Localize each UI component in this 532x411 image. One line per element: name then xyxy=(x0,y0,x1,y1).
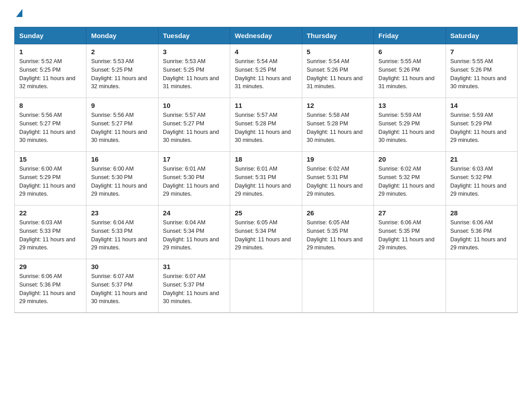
day-info: Sunrise: 6:06 AMSunset: 5:36 PMDaylight:… xyxy=(19,272,82,306)
calendar-table: SundayMondayTuesdayWednesdayThursdayFrid… xyxy=(14,27,518,313)
day-info: Sunrise: 6:01 AMSunset: 5:30 PMDaylight:… xyxy=(163,165,225,198)
day-number: 5 xyxy=(307,48,369,56)
calendar-cell: 21Sunrise: 6:03 AMSunset: 5:32 PMDayligh… xyxy=(446,152,517,206)
calendar-cell: 11Sunrise: 5:57 AMSunset: 5:28 PMDayligh… xyxy=(230,98,302,152)
calendar-cell xyxy=(374,259,446,313)
day-number: 15 xyxy=(19,155,82,163)
day-number: 13 xyxy=(378,102,441,109)
day-number: 22 xyxy=(19,209,82,217)
calendar-cell: 13Sunrise: 5:59 AMSunset: 5:29 PMDayligh… xyxy=(374,98,446,152)
day-info: Sunrise: 5:52 AMSunset: 5:25 PMDaylight:… xyxy=(19,57,82,91)
calendar-cell: 25Sunrise: 6:05 AMSunset: 5:34 PMDayligh… xyxy=(230,206,302,259)
day-info: Sunrise: 6:03 AMSunset: 5:32 PMDaylight:… xyxy=(450,165,513,198)
day-info: Sunrise: 6:05 AMSunset: 5:34 PMDaylight:… xyxy=(235,218,297,252)
day-info: Sunrise: 6:07 AMSunset: 5:37 PMDaylight:… xyxy=(163,272,225,306)
day-info: Sunrise: 6:00 AMSunset: 5:29 PMDaylight:… xyxy=(19,165,82,198)
day-info: Sunrise: 5:56 AMSunset: 5:27 PMDaylight:… xyxy=(19,111,82,145)
calendar-cell: 9Sunrise: 5:56 AMSunset: 5:27 PMDaylight… xyxy=(86,98,158,152)
calendar-cell: 17Sunrise: 6:01 AMSunset: 5:30 PMDayligh… xyxy=(158,152,230,206)
calendar-cell xyxy=(230,259,302,313)
calendar-cell: 7Sunrise: 5:55 AMSunset: 5:26 PMDaylight… xyxy=(446,44,517,98)
calendar-cell: 24Sunrise: 6:04 AMSunset: 5:34 PMDayligh… xyxy=(158,206,230,259)
day-info: Sunrise: 5:56 AMSunset: 5:27 PMDaylight:… xyxy=(91,111,153,145)
calendar-cell: 8Sunrise: 5:56 AMSunset: 5:27 PMDaylight… xyxy=(15,98,86,152)
day-number: 18 xyxy=(235,155,297,163)
calendar-cell: 18Sunrise: 6:01 AMSunset: 5:31 PMDayligh… xyxy=(230,152,302,206)
day-info: Sunrise: 6:06 AMSunset: 5:36 PMDaylight:… xyxy=(450,218,513,252)
calendar-cell: 22Sunrise: 6:03 AMSunset: 5:33 PMDayligh… xyxy=(15,206,86,259)
day-number: 10 xyxy=(163,102,225,109)
calendar-cell: 23Sunrise: 6:04 AMSunset: 5:33 PMDayligh… xyxy=(86,206,158,259)
weekday-header-tuesday: Tuesday xyxy=(158,27,230,44)
calendar-cell: 19Sunrise: 6:02 AMSunset: 5:31 PMDayligh… xyxy=(302,152,373,206)
day-info: Sunrise: 6:07 AMSunset: 5:37 PMDaylight:… xyxy=(91,272,153,306)
calendar-week-row: 8Sunrise: 5:56 AMSunset: 5:27 PMDaylight… xyxy=(15,98,518,152)
day-info: Sunrise: 5:53 AMSunset: 5:25 PMDaylight:… xyxy=(163,57,225,91)
day-info: Sunrise: 6:06 AMSunset: 5:35 PMDaylight:… xyxy=(378,218,441,252)
day-info: Sunrise: 5:55 AMSunset: 5:26 PMDaylight:… xyxy=(450,57,513,91)
calendar-cell: 26Sunrise: 6:05 AMSunset: 5:35 PMDayligh… xyxy=(302,206,373,259)
calendar-cell: 12Sunrise: 5:58 AMSunset: 5:28 PMDayligh… xyxy=(302,98,373,152)
calendar-cell: 2Sunrise: 5:53 AMSunset: 5:25 PMDaylight… xyxy=(86,44,158,98)
weekday-header-monday: Monday xyxy=(86,27,158,44)
day-number: 4 xyxy=(235,48,297,56)
day-info: Sunrise: 5:59 AMSunset: 5:29 PMDaylight:… xyxy=(378,111,441,145)
day-info: Sunrise: 5:53 AMSunset: 5:25 PMDaylight:… xyxy=(91,57,153,91)
calendar-cell: 28Sunrise: 6:06 AMSunset: 5:36 PMDayligh… xyxy=(446,206,517,259)
logo-triangle-icon xyxy=(16,9,22,17)
day-info: Sunrise: 6:05 AMSunset: 5:35 PMDaylight:… xyxy=(307,218,369,252)
weekday-header-row: SundayMondayTuesdayWednesdayThursdayFrid… xyxy=(15,27,518,44)
day-number: 20 xyxy=(378,155,441,163)
day-info: Sunrise: 6:00 AMSunset: 5:30 PMDaylight:… xyxy=(91,165,153,198)
day-number: 9 xyxy=(91,102,153,109)
page-header xyxy=(14,11,518,19)
calendar-week-row: 22Sunrise: 6:03 AMSunset: 5:33 PMDayligh… xyxy=(15,206,518,259)
calendar-cell: 31Sunrise: 6:07 AMSunset: 5:37 PMDayligh… xyxy=(158,259,230,313)
calendar-week-row: 15Sunrise: 6:00 AMSunset: 5:29 PMDayligh… xyxy=(15,152,518,206)
calendar-cell: 30Sunrise: 6:07 AMSunset: 5:37 PMDayligh… xyxy=(86,259,158,313)
day-number: 24 xyxy=(163,209,225,217)
weekday-header-wednesday: Wednesday xyxy=(230,27,302,44)
calendar-cell xyxy=(446,259,517,313)
day-number: 25 xyxy=(235,209,297,217)
day-number: 16 xyxy=(91,155,153,163)
day-number: 8 xyxy=(19,102,82,109)
calendar-cell: 14Sunrise: 5:59 AMSunset: 5:29 PMDayligh… xyxy=(446,98,517,152)
calendar-week-row: 29Sunrise: 6:06 AMSunset: 5:36 PMDayligh… xyxy=(15,259,518,313)
day-number: 6 xyxy=(378,48,441,56)
calendar-cell xyxy=(302,259,373,313)
calendar-cell: 3Sunrise: 5:53 AMSunset: 5:25 PMDaylight… xyxy=(158,44,230,98)
day-info: Sunrise: 6:04 AMSunset: 5:34 PMDaylight:… xyxy=(163,218,225,252)
calendar-cell: 29Sunrise: 6:06 AMSunset: 5:36 PMDayligh… xyxy=(15,259,86,313)
day-number: 28 xyxy=(450,209,513,217)
day-number: 3 xyxy=(163,48,225,56)
calendar-cell: 6Sunrise: 5:55 AMSunset: 5:26 PMDaylight… xyxy=(374,44,446,98)
day-info: Sunrise: 5:55 AMSunset: 5:26 PMDaylight:… xyxy=(378,57,441,91)
calendar-week-row: 1Sunrise: 5:52 AMSunset: 5:25 PMDaylight… xyxy=(15,44,518,98)
calendar-cell: 15Sunrise: 6:00 AMSunset: 5:29 PMDayligh… xyxy=(15,152,86,206)
calendar-header: SundayMondayTuesdayWednesdayThursdayFrid… xyxy=(15,27,518,44)
day-number: 29 xyxy=(19,263,82,270)
day-info: Sunrise: 6:02 AMSunset: 5:32 PMDaylight:… xyxy=(378,165,441,198)
weekday-header-sunday: Sunday xyxy=(15,27,86,44)
day-number: 31 xyxy=(163,263,225,270)
day-number: 17 xyxy=(163,155,225,163)
day-number: 14 xyxy=(450,102,513,109)
day-number: 11 xyxy=(235,102,297,109)
calendar-cell: 27Sunrise: 6:06 AMSunset: 5:35 PMDayligh… xyxy=(374,206,446,259)
weekday-header-saturday: Saturday xyxy=(446,27,517,44)
day-number: 26 xyxy=(307,209,369,217)
day-info: Sunrise: 6:02 AMSunset: 5:31 PMDaylight:… xyxy=(307,165,369,198)
calendar-cell: 1Sunrise: 5:52 AMSunset: 5:25 PMDaylight… xyxy=(15,44,86,98)
day-number: 30 xyxy=(91,263,153,270)
weekday-header-friday: Friday xyxy=(374,27,446,44)
day-info: Sunrise: 6:04 AMSunset: 5:33 PMDaylight:… xyxy=(91,218,153,252)
logo xyxy=(14,11,22,19)
calendar-cell: 4Sunrise: 5:54 AMSunset: 5:25 PMDaylight… xyxy=(230,44,302,98)
day-number: 27 xyxy=(378,209,441,217)
day-info: Sunrise: 6:01 AMSunset: 5:31 PMDaylight:… xyxy=(235,165,297,198)
day-number: 21 xyxy=(450,155,513,163)
day-info: Sunrise: 5:57 AMSunset: 5:28 PMDaylight:… xyxy=(235,111,297,145)
calendar-cell: 16Sunrise: 6:00 AMSunset: 5:30 PMDayligh… xyxy=(86,152,158,206)
day-info: Sunrise: 6:03 AMSunset: 5:33 PMDaylight:… xyxy=(19,218,82,252)
